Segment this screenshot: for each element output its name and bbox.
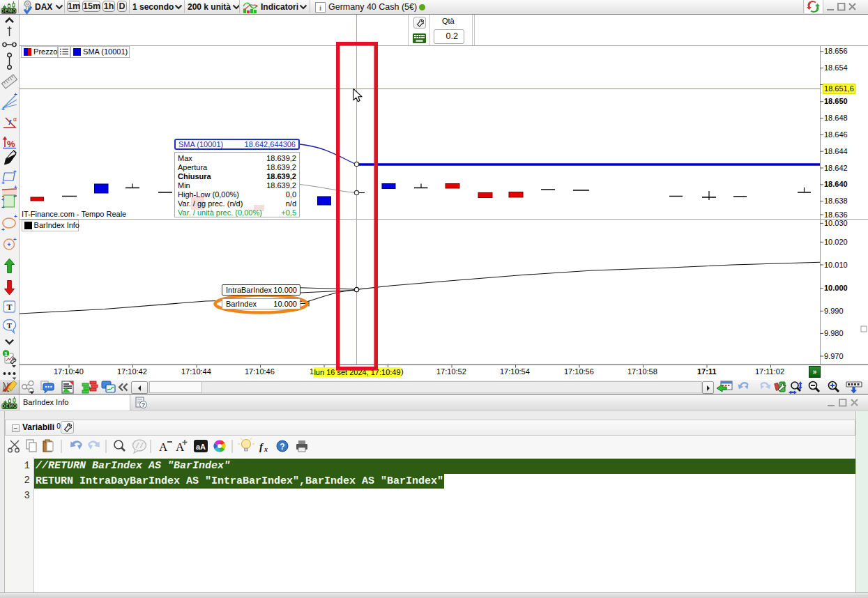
svg-text:DEMO: DEMO	[1, 8, 17, 13]
svg-text:f: f	[259, 441, 264, 452]
svg-text://: //	[135, 443, 144, 450]
svg-text:i: i	[319, 3, 321, 12]
svg-text:A: A	[159, 440, 168, 454]
svg-text:?: ?	[142, 401, 146, 408]
svg-text:DEMO: DEMO	[2, 404, 17, 408]
svg-text:?: ?	[280, 442, 284, 452]
svg-text:x: x	[264, 445, 268, 453]
svg-text:aA: aA	[196, 443, 206, 451]
